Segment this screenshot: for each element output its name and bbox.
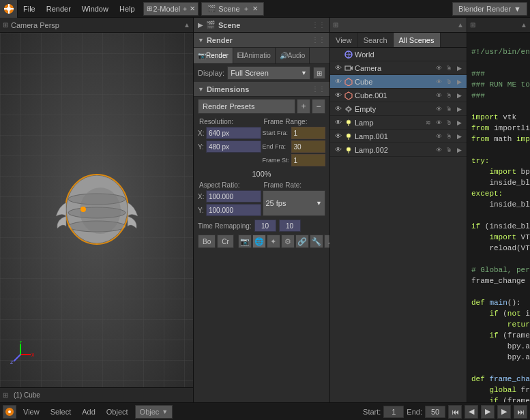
outliner-item-cube001[interactable]: 👁 Cube.001 👁 🖱 ▶	[330, 89, 467, 102]
frame-step-input[interactable]: 1	[291, 154, 326, 166]
tab-audio[interactable]: 🔊 Audio	[276, 48, 310, 63]
time-remap-new[interactable]: 10	[279, 220, 301, 232]
item-icon-16[interactable]: ▶	[454, 118, 464, 127]
visibility-icon[interactable]: 👁	[333, 91, 344, 99]
svg-marker-24	[345, 92, 352, 100]
visibility-icon[interactable]: 👁	[333, 132, 344, 140]
bottom-select-menu[interactable]: Select	[46, 405, 76, 419]
bottom-view-menu[interactable]: View	[19, 405, 44, 419]
outliner-item-lamp001[interactable]: 👁 Lamp.001 👁 🖱 ▶	[330, 130, 467, 143]
item-right-icons5: 👁 🖱 ▶	[434, 132, 464, 141]
item-icon-8[interactable]: 🖱	[444, 91, 454, 100]
aspect-x-input[interactable]: 100.000	[206, 190, 261, 202]
chevron-down-icon: ▼	[514, 5, 521, 13]
outliner-item-empty[interactable]: 👁 Empty 👁 🖱 ▶	[330, 102, 467, 116]
tab-render[interactable]: 📷 Render	[194, 48, 233, 63]
svg-line-15	[14, 355, 20, 361]
visibility-icon[interactable]: 👁	[333, 105, 344, 112]
remove-preset-btn[interactable]: −	[312, 99, 325, 114]
camera-prop-icon[interactable]: 📷	[238, 235, 252, 248]
visibility-icon[interactable]: 👁	[333, 64, 344, 72]
window-menu[interactable]: Window	[76, 0, 114, 17]
dimensions-section-header[interactable]: ▼ Dimensions ⋮⋮	[194, 82, 329, 97]
code-content[interactable]: #!/usr/bin/env python ### ### RUN ME to …	[467, 33, 530, 402]
render-menu[interactable]: Render	[41, 0, 76, 17]
next-frame-btn[interactable]: ▶	[497, 405, 511, 419]
display-dropdown[interactable]: Full Screen ▼	[227, 66, 310, 80]
data-icon[interactable]: ▲	[324, 235, 330, 248]
render-prop-icon[interactable]: 🌐	[252, 235, 266, 248]
outliner-type-icon: ⊞	[333, 21, 338, 29]
particles-icon[interactable]: ✦	[267, 235, 280, 248]
constraints-icon[interactable]: 🔗	[295, 235, 309, 248]
time-remap-old[interactable]: 10	[254, 220, 276, 232]
display-value: Full Screen	[231, 69, 269, 77]
render-section-header[interactable]: ▼ Render ⋮⋮	[194, 33, 329, 48]
file-menu[interactable]: File	[18, 0, 41, 17]
visibility-icon[interactable]: 👁	[333, 146, 344, 153]
outliner-item-lamp002[interactable]: 👁 Lamp.002 👁 🖱 ▶	[330, 143, 467, 157]
viewport-bottom-bar: ⊞ (1) Cube	[0, 387, 193, 402]
item-icon-21[interactable]: 🖱	[444, 145, 454, 155]
render-engine-selector[interactable]: Blender Render ▼	[452, 2, 527, 16]
item-icon-14[interactable]: 👁	[434, 118, 443, 127]
outliner-tab-search[interactable]: Search	[358, 33, 394, 47]
tab-animation[interactable]: 🎞 Animatio	[233, 48, 276, 63]
aspect-y-input[interactable]: 100.000	[206, 204, 261, 216]
play-btn[interactable]: ▶	[481, 405, 495, 419]
item-icon-17[interactable]: 👁	[434, 132, 443, 141]
bo-tab[interactable]: Bo	[198, 235, 216, 248]
cr-tab[interactable]: Cr	[217, 235, 234, 248]
physics-icon[interactable]: ⚙	[281, 235, 295, 248]
bottom-object-menu[interactable]: Object	[102, 405, 132, 419]
item-icon-13[interactable]: ≋	[424, 118, 433, 127]
visibility-icon[interactable]: 👁	[333, 78, 344, 85]
item-icon-19[interactable]: ▶	[454, 132, 464, 141]
bottom-mode-selector[interactable]: Objec ▼	[135, 405, 173, 419]
end-frame-timeline[interactable]: 50	[425, 406, 445, 418]
item-icon-10[interactable]: 👁	[434, 104, 443, 114]
outliner-item-lamp[interactable]: 👁 Lamp ≋ 👁 🖱 ▶	[330, 116, 467, 130]
visibility-icon[interactable]: 👁	[333, 119, 344, 126]
res-y-input[interactable]: 480 px	[206, 140, 261, 153]
item-icon-18[interactable]: 🖱	[444, 132, 454, 141]
scene-selector[interactable]: 🎬 Scene ＋ ✕	[201, 2, 263, 16]
end-frame-input[interactable]: 30	[291, 140, 326, 153]
display-icon-btn1[interactable]: ⊞	[313, 67, 325, 79]
render-presets-btn[interactable]: Render Presets	[198, 99, 295, 114]
add-preset-btn[interactable]: +	[297, 99, 310, 114]
bottom-blender-icon[interactable]	[3, 405, 16, 419]
framerate-dropdown[interactable]: 25 fps ▼	[263, 190, 326, 216]
start-frame-input[interactable]: 1	[291, 127, 326, 139]
item-icon-3[interactable]: ▶	[454, 63, 464, 73]
item-icon-22[interactable]: ▶	[454, 145, 464, 155]
item-icon-2[interactable]: 🖱	[444, 63, 454, 73]
item-icon-6[interactable]: ▶	[454, 77, 464, 87]
modifiers-icon[interactable]: 🔧	[310, 235, 323, 248]
help-menu[interactable]: Help	[114, 0, 141, 17]
item-icon-12[interactable]: ▶	[454, 104, 464, 114]
start-frame-timeline[interactable]: 1	[383, 406, 404, 418]
outliner-tab-all-scenes[interactable]: All Scenes	[394, 33, 441, 47]
outliner-item-camera[interactable]: 👁 Camera 👁 🖱 ▶	[330, 61, 467, 75]
blender-logo[interactable]	[0, 0, 18, 18]
outliner-item-world[interactable]: World	[330, 48, 467, 61]
outliner-tab-view[interactable]: View	[330, 33, 358, 47]
3d-object	[49, 162, 145, 258]
item-icon-15[interactable]: 🖱	[444, 118, 454, 127]
bottom-add-menu[interactable]: Add	[78, 405, 100, 419]
jump-start-btn[interactable]: ⏮	[448, 405, 462, 419]
item-icon-1[interactable]: 👁	[434, 63, 443, 73]
res-x-input[interactable]: 640 px	[206, 127, 261, 139]
item-icon-20[interactable]: 👁	[434, 145, 443, 155]
item-icon-9[interactable]: ▶	[454, 91, 464, 100]
item-icon-4[interactable]: 👁	[434, 77, 443, 87]
jump-end-btn[interactable]: ⏭	[514, 405, 527, 419]
outliner-item-cube[interactable]: 👁 Cube 👁 🖱 ▶	[330, 75, 467, 89]
window-type-selector[interactable]: ⊞ 2-Model ＋ ✕	[143, 2, 199, 16]
prev-frame-btn[interactable]: ◀	[465, 405, 478, 419]
item-icon-11[interactable]: 🖱	[444, 104, 454, 114]
item-icon-7[interactable]: 👁	[434, 91, 443, 100]
viewport-content[interactable]: X Y Z	[0, 33, 193, 387]
item-icon-5[interactable]: 🖱	[444, 77, 454, 87]
